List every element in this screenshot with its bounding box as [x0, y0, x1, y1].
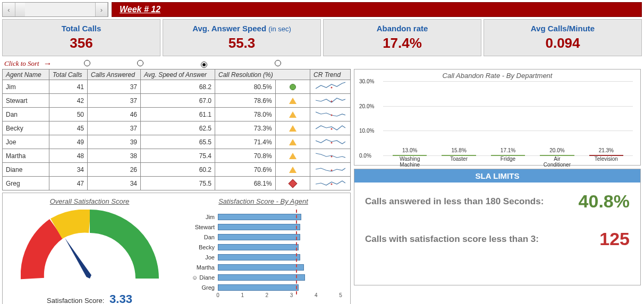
abandon-chart-panel: Call Abandon Rate - By Department 0.0%10… — [354, 69, 641, 166]
gauge-panel: Overall Satisfaction Score Satisfaction … — [3, 193, 176, 304]
score-label: Satisfaction Score: — [47, 297, 104, 304]
status-y-icon — [289, 111, 296, 118]
gauge-chart — [21, 210, 159, 289]
status-g-icon — [290, 84, 296, 90]
table-row: Dan504661.178.0% — [3, 108, 351, 121]
week-navigator[interactable]: ‹ › — [2, 2, 108, 17]
sparkline-icon — [316, 150, 345, 160]
svg-point-3 — [331, 128, 332, 130]
sat-bar-row: ☺ Diane — [186, 272, 341, 282]
kpi-value: 356 — [5, 35, 158, 51]
svg-point-0 — [331, 87, 332, 89]
kpi-title: Avg Calls/Minute — [486, 24, 639, 33]
kpi-value: 17.4% — [326, 35, 479, 51]
sat-bar-row: Joe — [186, 252, 341, 262]
abandon-chart-title: Call Abandon Rate - By Department — [357, 72, 638, 80]
agents-table: Agent NameTotal CallsCalls AnsweredAvg. … — [2, 69, 351, 190]
sat-bar-row: Jim — [186, 212, 341, 222]
status-y-icon — [289, 139, 296, 145]
sort-hint-label: Click to Sort — [4, 59, 39, 68]
svg-point-1 — [331, 101, 332, 102]
svg-point-6 — [331, 170, 332, 171]
sla-value-1: 40.8% — [579, 191, 630, 212]
table-row: Martha483875.470.8% — [3, 149, 351, 163]
sla-header: SLA LIMITS — [354, 169, 640, 183]
sla-text-1: Calls answered in less than 180 Seconds: — [365, 196, 568, 207]
week-prev-button[interactable]: ‹ — [3, 3, 15, 16]
gauge-title: Overall Satisfaction Score — [7, 197, 172, 205]
status-y-icon — [289, 125, 296, 132]
sort-radio-1[interactable] — [84, 60, 90, 66]
svg-point-5 — [331, 156, 332, 158]
svg-point-4 — [331, 142, 332, 144]
week-next-button[interactable]: › — [95, 3, 108, 16]
table-row: Greg473475.568.1% — [3, 177, 351, 190]
sparkline-icon — [316, 81, 345, 91]
sla-text-2: Calls with satisfaction score less than … — [365, 234, 589, 245]
kpi-title: Total Calls — [5, 24, 158, 33]
sla-value-2: 125 — [599, 229, 630, 249]
svg-point-2 — [331, 115, 332, 116]
kpi-value: 55.3 — [165, 35, 318, 51]
table-row: Jim413768.280.5% — [3, 80, 351, 94]
kpi-title: Abandon rate — [326, 24, 479, 33]
status-y-icon — [289, 153, 296, 159]
status-r-icon — [288, 179, 297, 188]
sparkline-icon — [316, 178, 345, 187]
kpi-title: Avg. Answer Speed (in sec) — [165, 24, 318, 33]
status-y-icon — [289, 167, 296, 173]
sparkline-icon — [316, 136, 345, 146]
table-row: Diane342660.270.6% — [3, 163, 351, 177]
sort-radio-4[interactable] — [275, 60, 281, 66]
arrow-right-icon: → — [44, 59, 52, 68]
kpi-answer-speed: Avg. Answer Speed (in sec) 55.3 — [163, 19, 321, 56]
table-row: Becky453762.573.3% — [3, 121, 351, 135]
sparkline-icon — [316, 95, 345, 105]
sat-bar-row: Dan — [186, 232, 341, 242]
score-value: 3.33 — [109, 292, 132, 304]
svg-marker-8 — [64, 234, 92, 282]
week-label: Week # 12 — [112, 2, 642, 17]
week-scroll-track[interactable] — [15, 3, 95, 16]
sparkline-icon — [316, 109, 345, 118]
sat-bar-row: Becky — [186, 242, 341, 252]
kpi-calls-per-minute: Avg Calls/Minute 0.094 — [484, 19, 642, 56]
sparkline-icon — [316, 123, 345, 132]
svg-point-7 — [331, 184, 332, 185]
sat-bar-row: Stewart — [186, 222, 341, 232]
sort-radio-3[interactable] — [201, 62, 207, 68]
sat-bar-row: Martha — [186, 262, 341, 272]
kpi-abandon-rate: Abandon rate 17.4% — [323, 19, 481, 56]
sort-radio-2[interactable] — [137, 60, 143, 66]
sla-panel: SLA LIMITS Calls answered in less than 1… — [354, 169, 641, 285]
sat-bar-row: Greg — [186, 282, 341, 292]
status-y-icon — [289, 98, 296, 104]
table-row: Joe493965.571.4% — [3, 135, 351, 149]
sparkline-icon — [316, 164, 345, 173]
kpi-total-calls: Total Calls 356 — [2, 19, 160, 56]
satisfaction-by-agent-panel: Satisfaction Score - By Agent JimStewart… — [176, 193, 350, 304]
sat-title: Satisfaction Score - By Agent — [181, 197, 346, 205]
kpi-value: 0.094 — [486, 35, 639, 51]
table-row: Stewart423767.078.6% — [3, 94, 351, 108]
